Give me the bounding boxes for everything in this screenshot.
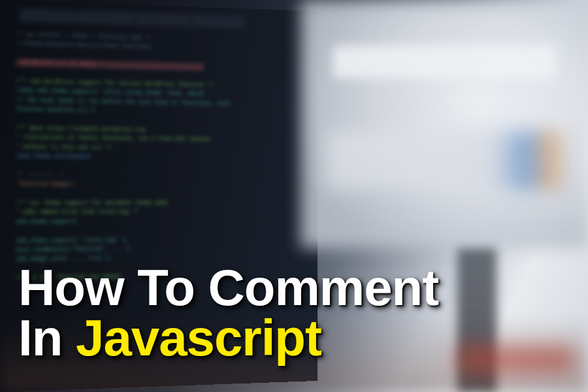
headline-text: How To Comment In Javascript [18, 263, 438, 363]
right-monitor [301, 0, 588, 248]
browser-toolbar-blur [333, 46, 555, 78]
code-line: WordPress 4.7 or later [16, 59, 105, 69]
code-line: /** our theme support for document theme… [16, 199, 312, 208]
code-line [16, 189, 312, 199]
code-line: /* ======== */ [16, 171, 312, 181]
headline-line-1: How To Comment [18, 263, 438, 312]
editor-tabs [20, 8, 245, 29]
red-desk-object [457, 346, 575, 372]
browser-content-blur [327, 131, 562, 189]
code-editor-content: /* wp-content > theme > functions.php */… [16, 30, 312, 283]
headline-line-2: In Javascript [18, 313, 438, 363]
code-line: ___________________________ [105, 61, 204, 71]
code-line: 'featured-images', [16, 180, 312, 189]
